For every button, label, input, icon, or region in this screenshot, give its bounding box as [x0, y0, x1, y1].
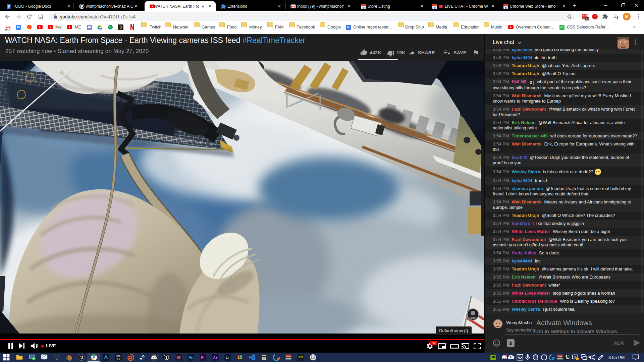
svg-text:VOICE: VOICE [558, 355, 562, 357]
svg-text:Ae: Ae [213, 356, 218, 359]
svg-text:Lr: Lr [226, 356, 229, 359]
svg-text:3: 3 [560, 27, 562, 29]
svg-text:Pr: Pr [201, 356, 205, 359]
svg-text:Ps: Ps [189, 356, 193, 359]
svg-text:GAMES: GAMES [116, 358, 121, 359]
svg-text:EPIC: EPIC [116, 355, 120, 357]
svg-text:!: ! [538, 358, 538, 360]
svg-text:MEETER: MEETER [557, 358, 562, 360]
svg-text:MEETER: MEETER [285, 358, 291, 360]
svg-text:VOICE: VOICE [286, 355, 291, 357]
